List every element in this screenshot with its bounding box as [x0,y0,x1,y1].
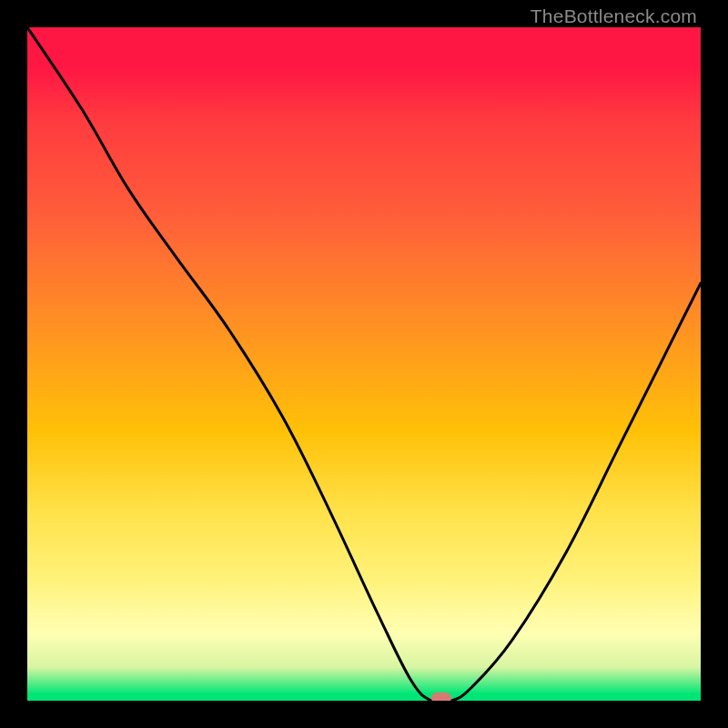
watermark-text: TheBottleneck.com [531,5,697,27]
curve-path [27,27,701,701]
plot-area [27,27,701,701]
bottleneck-curve [27,27,701,701]
optimal-marker [431,693,451,701]
chart-frame: TheBottleneck.com [0,0,728,728]
